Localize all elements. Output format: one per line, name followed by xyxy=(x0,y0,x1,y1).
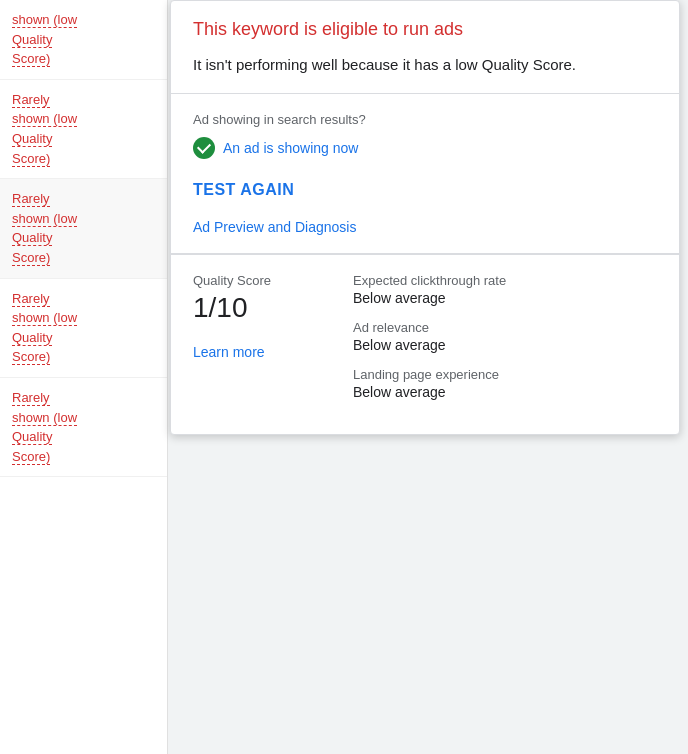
metric-landing: Landing page experience Below average xyxy=(353,367,657,400)
quality-score-section: Quality Score 1/10 Learn more Expected c… xyxy=(171,254,679,434)
quality-score-value: 1/10 xyxy=(193,292,333,324)
learn-more-link[interactable]: Learn more xyxy=(193,344,265,360)
check-circle-icon xyxy=(193,137,215,159)
metric-landing-value: Below average xyxy=(353,384,657,400)
list-item-text: shown (low Quality Score) xyxy=(12,12,77,67)
ad-showing-label: Ad showing in search results? xyxy=(193,112,657,127)
list-item-text: Rarely shown (low Quality Score) xyxy=(12,92,77,167)
list-item-text: Rarely shown (low Quality Score) xyxy=(12,390,77,465)
keyword-list: shown (low Quality Score) Rarely shown (… xyxy=(0,0,168,754)
ad-showing-status-text: An ad is showing now xyxy=(223,140,358,156)
ad-showing-section: Ad showing in search results? An ad is s… xyxy=(171,94,679,253)
ad-preview-link[interactable]: Ad Preview and Diagnosis xyxy=(193,219,657,235)
list-item-text: Rarely shown (low Quality Score) xyxy=(12,191,77,266)
quality-metrics: Expected clickthrough rate Below average… xyxy=(353,273,657,414)
list-item[interactable]: Rarely shown (low Quality Score) xyxy=(0,279,167,378)
quality-score-left: Quality Score 1/10 Learn more xyxy=(193,273,353,414)
list-item[interactable]: Rarely shown (low Quality Score) xyxy=(0,179,167,278)
metric-landing-label: Landing page experience xyxy=(353,367,657,382)
keyword-description: It isn't performing well because it has … xyxy=(193,54,657,77)
list-item[interactable]: Rarely shown (low Quality Score) xyxy=(0,80,167,179)
quality-score-label: Quality Score xyxy=(193,273,333,288)
metric-ctr-value: Below average xyxy=(353,290,657,306)
eligible-title: This keyword is eligible to run ads xyxy=(193,19,657,40)
list-item[interactable]: Rarely shown (low Quality Score) xyxy=(0,378,167,477)
metric-ctr-label: Expected clickthrough rate xyxy=(353,273,657,288)
metric-relevance: Ad relevance Below average xyxy=(353,320,657,353)
list-item-text: Rarely shown (low Quality Score) xyxy=(12,291,77,366)
metric-relevance-label: Ad relevance xyxy=(353,320,657,335)
metric-ctr: Expected clickthrough rate Below average xyxy=(353,273,657,306)
list-item[interactable]: shown (low Quality Score) xyxy=(0,0,167,80)
popup-eligible-section: This keyword is eligible to run ads It i… xyxy=(171,1,679,93)
ad-status-row: An ad is showing now xyxy=(193,137,657,159)
metric-relevance-value: Below average xyxy=(353,337,657,353)
test-again-button[interactable]: TEST AGAIN xyxy=(193,177,294,203)
keyword-popup: This keyword is eligible to run ads It i… xyxy=(170,0,680,435)
